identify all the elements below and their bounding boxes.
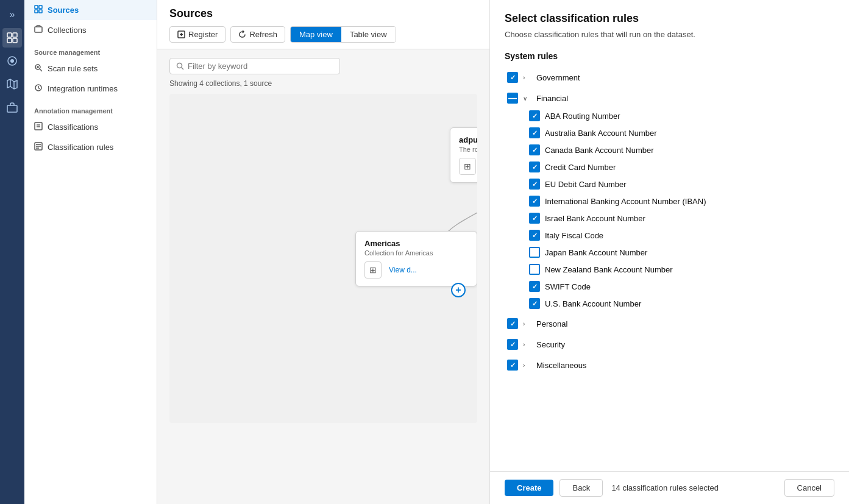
svg-rect-2 — [7, 38, 12, 43]
panel-footer: Create Back 14 classification rules sele… — [490, 471, 849, 504]
map-view-button[interactable]: Map view — [291, 27, 341, 42]
rule-group-security: ✓ › Security — [505, 335, 834, 353]
adpurvi-card: adpurvi The root c... ⊞ — [450, 127, 477, 183]
table-view-button[interactable]: Table view — [341, 27, 396, 42]
cancel-button[interactable]: Cancel — [784, 479, 834, 497]
security-chevron: › — [523, 341, 531, 348]
government-label: Government — [536, 73, 580, 82]
rule-eu-debit: ✓ EU Debit Card Number — [505, 176, 834, 193]
svg-rect-12 — [35, 10, 38, 13]
main-header: Sources Register Refresh Map view Tab — [157, 0, 489, 49]
map-canvas: adpurvi The root c... ⊞ Americas Collect… — [169, 94, 477, 423]
expand-icon[interactable]: » — [2, 5, 22, 24]
sidebar: Sources Collections Source management Sc… — [24, 0, 157, 504]
rule-canada-bank: ✓ Canada Bank Account Number — [505, 141, 834, 158]
adpurvi-subtitle: The root c... — [459, 146, 477, 153]
us-bank-checkbox[interactable]: ✓ — [529, 298, 540, 309]
aba-checkbox[interactable]: ✓ — [529, 110, 540, 121]
rule-credit-card: ✓ Credit Card Number — [505, 158, 834, 176]
government-header[interactable]: ✓ › Government — [505, 68, 834, 87]
svg-rect-1 — [13, 33, 17, 37]
adpurvi-icons: ⊞ — [459, 158, 477, 175]
financial-chevron: ∨ — [523, 95, 531, 102]
system-rules-header: System rules — [505, 51, 834, 61]
register-button[interactable]: Register — [169, 26, 226, 43]
refresh-icon — [238, 30, 246, 38]
scan-rule-sets-label: Scan rule sets — [48, 64, 98, 73]
collections-label: Collections — [48, 26, 87, 35]
svg-rect-9 — [7, 105, 17, 112]
sidebar-item-collections[interactable]: Collections — [24, 20, 157, 40]
svg-line-31 — [182, 68, 184, 70]
rule-iban: ✓ International Banking Account Number (… — [505, 193, 834, 210]
americas-view-link[interactable]: View d... — [389, 266, 417, 274]
security-checkbox[interactable]: ✓ — [507, 339, 518, 350]
add-collection-button[interactable]: + — [451, 283, 466, 297]
rule-group-financial: — ∨ Financial ✓ ABA Routing Number ✓ Aus… — [505, 89, 834, 312]
miscellaneous-checkbox[interactable]: ✓ — [507, 360, 518, 371]
classification-rules-label: Classification rules — [48, 143, 113, 152]
americas-subtitle: Collection for Americas — [364, 249, 468, 257]
aba-label: ABA Routing Number — [545, 112, 620, 121]
svg-rect-13 — [39, 10, 42, 13]
sidebar-item-classification-rules[interactable]: Classification rules — [24, 137, 157, 157]
japan-bank-checkbox[interactable] — [529, 247, 540, 258]
financial-header[interactable]: — ∨ Financial — [505, 89, 834, 107]
classification-rules-icon — [34, 142, 43, 152]
sidebar-item-classifications[interactable]: Classifications — [24, 117, 157, 137]
filter-input[interactable] — [188, 62, 333, 71]
page-title: Sources — [169, 7, 477, 20]
financial-checkbox[interactable]: — — [507, 93, 518, 104]
map-icon[interactable] — [2, 74, 22, 94]
svg-rect-3 — [13, 38, 17, 43]
credit-card-checkbox[interactable]: ✓ — [529, 161, 540, 172]
toolbar: Register Refresh Map view Table view — [169, 26, 477, 49]
svg-line-16 — [40, 69, 42, 71]
swift-checkbox[interactable]: ✓ — [529, 281, 540, 292]
showing-text: Showing 4 collections, 1 source — [169, 79, 477, 88]
us-bank-label: U.S. Bank Account Number — [545, 299, 641, 308]
miscellaneous-header[interactable]: ✓ › Miscellaneous — [505, 356, 834, 374]
sidebar-item-integration-runtimes[interactable]: Integration runtimes — [24, 79, 157, 99]
rule-us-bank: ✓ U.S. Bank Account Number — [505, 295, 834, 312]
refresh-button[interactable]: Refresh — [230, 26, 285, 43]
panel-subtitle: Choose classification rules that will ru… — [505, 30, 834, 39]
create-button[interactable]: Create — [505, 480, 553, 496]
israel-bank-checkbox[interactable]: ✓ — [529, 213, 540, 224]
briefcase-icon[interactable] — [2, 98, 22, 117]
financial-label: Financial — [536, 94, 568, 103]
back-button[interactable]: Back — [559, 479, 603, 497]
credit-card-label: Credit Card Number — [545, 163, 616, 172]
svg-rect-14 — [35, 27, 42, 32]
svg-rect-11 — [39, 5, 42, 9]
sources-nav-icon[interactable] — [2, 28, 22, 48]
panel-body: Select classification rules Choose class… — [490, 0, 849, 471]
americas-table-icon[interactable]: ⊞ — [364, 261, 382, 279]
svg-rect-20 — [35, 122, 42, 130]
eu-debit-label: EU Debit Card Number — [545, 180, 627, 189]
sidebar-item-scan-rule-sets[interactable]: Scan rule sets — [24, 59, 157, 79]
nz-bank-label: New Zealand Bank Account Number — [545, 265, 673, 274]
nz-bank-checkbox[interactable] — [529, 264, 540, 275]
aus-bank-checkbox[interactable]: ✓ — [529, 127, 540, 138]
register-icon — [177, 30, 185, 38]
rule-group-personal: ✓ › Personal — [505, 314, 834, 333]
italy-fiscal-checkbox[interactable]: ✓ — [529, 230, 540, 241]
rule-group-miscellaneous: ✓ › Miscellaneous — [505, 356, 834, 374]
purview-icon[interactable] — [2, 51, 22, 71]
adpurvi-table-icon[interactable]: ⊞ — [459, 158, 476, 175]
personal-header[interactable]: ✓ › Personal — [505, 314, 834, 333]
canada-bank-checkbox[interactable]: ✓ — [529, 144, 540, 155]
selected-count: 14 classification rules selected — [611, 483, 719, 492]
classifications-icon — [34, 122, 43, 132]
security-header[interactable]: ✓ › Security — [505, 335, 834, 353]
japan-bank-label: Japan Bank Account Number — [545, 248, 647, 257]
government-checkbox[interactable]: ✓ — [507, 72, 518, 83]
government-chevron: › — [523, 74, 531, 81]
sidebar-item-sources[interactable]: Sources — [24, 0, 157, 20]
sources-label: Sources — [48, 5, 79, 15]
personal-checkbox[interactable]: ✓ — [507, 318, 518, 329]
iban-checkbox[interactable]: ✓ — [529, 196, 540, 207]
integration-runtimes-label: Integration runtimes — [48, 84, 118, 93]
eu-debit-checkbox[interactable]: ✓ — [529, 179, 540, 190]
